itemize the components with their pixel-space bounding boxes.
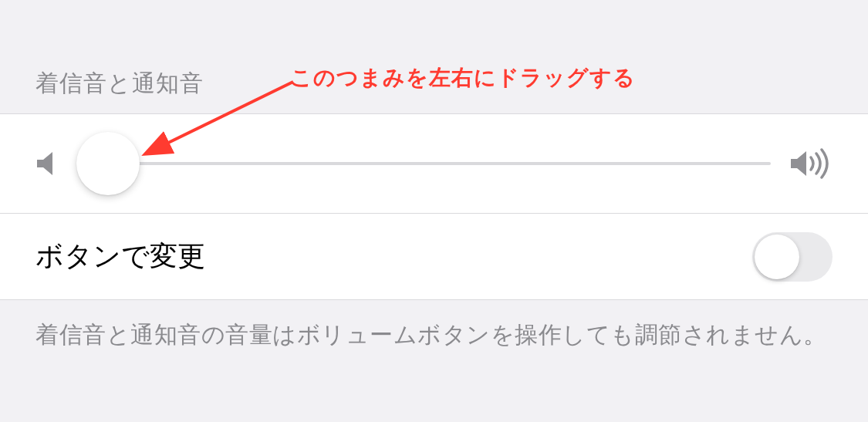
speaker-high-icon <box>789 148 833 179</box>
slider-track <box>77 162 771 165</box>
svg-line-1 <box>164 82 293 145</box>
annotation-arrow-icon <box>147 77 301 162</box>
annotation-text: このつまみを左右にドラッグする <box>290 63 636 93</box>
toggle-knob <box>755 235 799 279</box>
change-with-buttons-toggle[interactable] <box>752 232 833 282</box>
toggle-label: ボタンで変更 <box>35 238 205 275</box>
section-footer-note: 着信音と通知音の音量はボリュームボタンを操作しても調節されません。 <box>0 300 868 353</box>
section-header-ringtone: 着信音と通知音 <box>0 0 868 113</box>
slider-thumb[interactable] <box>76 132 140 195</box>
speaker-low-icon <box>35 150 59 177</box>
change-with-buttons-row: ボタンで変更 <box>0 214 868 300</box>
volume-slider-row <box>0 113 868 214</box>
